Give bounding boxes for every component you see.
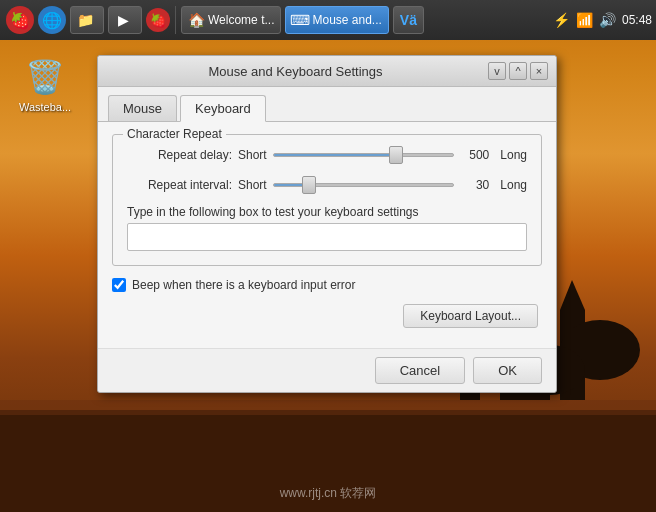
- svg-rect-5: [560, 310, 585, 400]
- test-label: Type in the following box to test your k…: [127, 205, 527, 219]
- wifi-icon[interactable]: 📶: [576, 12, 593, 28]
- repeat-interval-thumb[interactable]: [302, 176, 316, 194]
- watermark: www.rjtj.cn 软荐网: [280, 485, 377, 502]
- volume-icon[interactable]: 🔊: [599, 12, 616, 28]
- repeat-interval-track: [273, 183, 455, 187]
- repeat-interval-slider[interactable]: [273, 175, 455, 195]
- repeat-delay-thumb[interactable]: [389, 146, 403, 164]
- repeat-interval-short: Short: [238, 178, 267, 192]
- mouse-keyboard-dialog: Mouse and Keyboard Settings v ^ × Mouse …: [97, 55, 557, 393]
- dialog-maximize-btn[interactable]: ^: [509, 62, 527, 80]
- ok-button[interactable]: OK: [473, 357, 542, 384]
- trash-icon-img: 🗑️: [23, 55, 67, 99]
- svg-point-9: [560, 320, 640, 380]
- welcome-taskbar-btn[interactable]: 🏠 Welcome t...: [181, 6, 281, 34]
- dialog-titlebar: Mouse and Keyboard Settings v ^ ×: [98, 56, 556, 87]
- repeat-interval-label: Repeat interval:: [127, 178, 232, 192]
- keyboard-test-input[interactable]: [127, 223, 527, 251]
- tab-bar: Mouse Keyboard: [98, 87, 556, 122]
- repeat-delay-label: Repeat delay:: [127, 148, 232, 162]
- repeat-interval-value: 30: [459, 178, 489, 192]
- dialog-content: Character Repeat Repeat delay: Short 500…: [98, 122, 556, 348]
- desktop: 🍓 🌐 📁 ▶ 🍓 🏠 Welcome t... ⌨ Mouse and... …: [0, 0, 656, 512]
- folder-icon: 📁: [77, 12, 93, 28]
- clock: 05:48: [622, 13, 652, 27]
- wastebasket-icon[interactable]: 🗑️ Wasteba...: [10, 55, 80, 113]
- separator-1: [175, 6, 176, 34]
- svg-rect-13: [0, 400, 656, 415]
- dialog-title: Mouse and Keyboard Settings: [106, 64, 485, 79]
- repeat-delay-long: Long: [500, 148, 527, 162]
- character-repeat-group: Character Repeat Repeat delay: Short 500…: [112, 134, 542, 266]
- taskbar: 🍓 🌐 📁 ▶ 🍓 🏠 Welcome t... ⌨ Mouse and... …: [0, 0, 656, 40]
- beep-checkbox-row: Beep when there is a keyboard input erro…: [112, 278, 542, 292]
- repeat-delay-track: [273, 153, 455, 157]
- terminal-btn[interactable]: ▶: [108, 6, 142, 34]
- dialog-close-btn[interactable]: ×: [530, 62, 548, 80]
- repeat-delay-slider[interactable]: [273, 145, 455, 165]
- bluetooth-icon[interactable]: ⚡: [553, 12, 570, 28]
- svg-marker-6: [560, 280, 585, 310]
- dialog-minimize-btn[interactable]: v: [488, 62, 506, 80]
- cancel-button[interactable]: Cancel: [375, 357, 465, 384]
- repeat-interval-row: Repeat interval: Short 30 Long: [127, 175, 527, 195]
- raspberry-taskbar-icon[interactable]: 🍓: [146, 8, 170, 32]
- repeat-delay-short: Short: [238, 148, 267, 162]
- mouse-keyboard-taskbar-btn[interactable]: ⌨ Mouse and...: [285, 6, 388, 34]
- welcome-icon: 🏠: [188, 12, 204, 28]
- tab-keyboard[interactable]: Keyboard: [180, 95, 266, 122]
- ve-label: Vä: [400, 12, 417, 28]
- keyboard-taskbar-icon: ⌨: [292, 12, 308, 28]
- keyboard-layout-btn[interactable]: Keyboard Layout...: [403, 304, 538, 328]
- raspberry-pi-icon[interactable]: 🍓: [6, 6, 34, 34]
- ve-btn[interactable]: Vä: [393, 6, 424, 34]
- welcome-btn-label: Welcome t...: [208, 13, 274, 27]
- terminal-icon: ▶: [115, 12, 131, 28]
- repeat-delay-fill: [274, 154, 396, 156]
- repeat-delay-row: Repeat delay: Short 500 Long: [127, 145, 527, 165]
- beep-checkbox-label: Beep when there is a keyboard input erro…: [132, 278, 355, 292]
- tab-mouse[interactable]: Mouse: [108, 95, 177, 121]
- beep-checkbox[interactable]: [112, 278, 126, 292]
- group-box-title: Character Repeat: [123, 127, 226, 141]
- globe-icon[interactable]: 🌐: [38, 6, 66, 34]
- wastebasket-label: Wasteba...: [19, 101, 71, 113]
- dialog-footer: Cancel OK: [98, 348, 556, 392]
- mouse-keyboard-btn-label: Mouse and...: [312, 13, 381, 27]
- repeat-interval-long: Long: [500, 178, 527, 192]
- repeat-delay-value: 500: [459, 148, 489, 162]
- layout-buttons-row: Keyboard Layout...: [112, 304, 542, 328]
- taskbar-right: ⚡ 📶 🔊 05:48: [553, 12, 652, 28]
- file-manager-btn[interactable]: 📁: [70, 6, 104, 34]
